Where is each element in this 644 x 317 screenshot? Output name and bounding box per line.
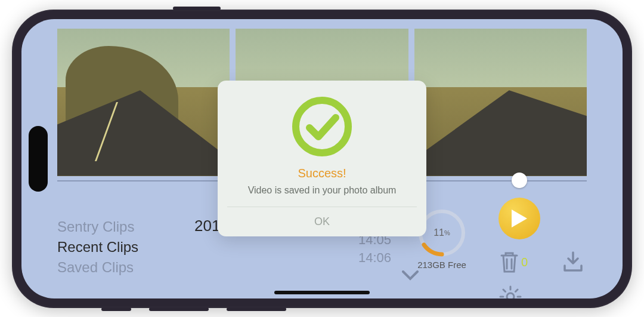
home-indicator[interactable] (274, 291, 370, 294)
success-check-icon (289, 94, 355, 159)
phone-frame: Sentry Clips Recent Clips Saved Clips 20… (12, 10, 632, 308)
success-dialog: Success! Video is saved in your photo al… (218, 81, 426, 236)
dialog-ok-button[interactable]: OK (227, 207, 417, 236)
mute-switch (101, 307, 131, 311)
dialog-title: Success! (227, 167, 417, 180)
svg-point-2 (296, 100, 348, 153)
volume-up-button (149, 307, 209, 311)
screen: Sentry Clips Recent Clips Saved Clips 20… (21, 19, 623, 298)
dialog-message: Video is saved in your photo album (227, 185, 417, 196)
dynamic-island (29, 126, 48, 192)
dialog-backdrop: Success! Video is saved in your photo al… (21, 19, 623, 298)
volume-down-button (227, 307, 286, 311)
power-button (173, 7, 221, 10)
